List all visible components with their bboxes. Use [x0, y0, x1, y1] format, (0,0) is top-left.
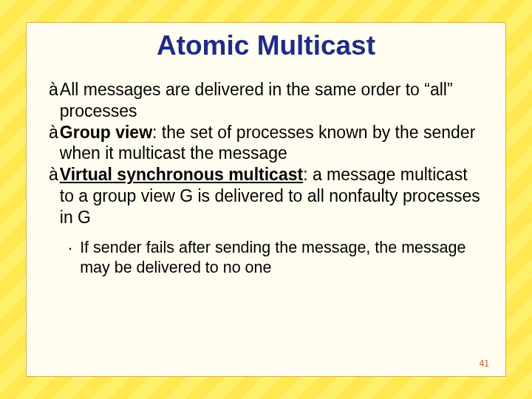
bullet-glyph: à: [49, 164, 60, 228]
slide-body: à All messages are delivered in the same…: [49, 79, 483, 278]
slide-title: Atomic Multicast: [49, 30, 483, 61]
bullet-1-text: All messages are delivered in the same o…: [60, 79, 483, 122]
bullet-glyph: à: [49, 122, 60, 165]
bullet-glyph: à: [49, 79, 60, 122]
sub-bullet-glyph: ·: [68, 238, 80, 278]
bullet-3-bold: Virtual synchronous multicast: [60, 165, 303, 184]
bullet-3: à Virtual synchronous multicast: a messa…: [49, 164, 483, 228]
sub-bullet-1-text: If sender fails after sending the messag…: [80, 238, 483, 278]
bullet-2-bold: Group view: [60, 123, 152, 142]
bullet-2-content: Group view: the set of processes known b…: [60, 122, 483, 165]
sub-bullet-list: · If sender fails after sending the mess…: [68, 238, 483, 278]
bullet-2-sep: :: [152, 123, 162, 142]
bullet-1: à All messages are delivered in the same…: [49, 79, 483, 122]
slide-content: Atomic Multicast à All messages are deli…: [26, 22, 506, 377]
page-number: 41: [480, 358, 489, 369]
sub-bullet-1: · If sender fails after sending the mess…: [68, 238, 483, 278]
bullet-3-sep: :: [303, 165, 313, 184]
bullet-3-content: Virtual synchronous multicast: a message…: [60, 164, 483, 228]
bullet-2: à Group view: the set of processes known…: [49, 122, 483, 165]
